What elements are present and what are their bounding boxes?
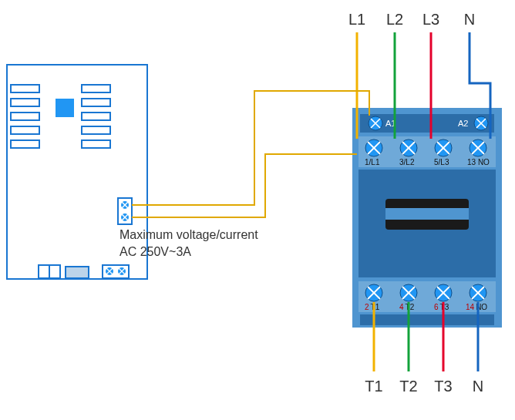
top-terminal-1 xyxy=(365,139,382,156)
note-line-1: Maximum voltage/current xyxy=(119,228,258,241)
wire-coil-a1 xyxy=(132,91,369,205)
label-l3: L3 xyxy=(422,11,439,28)
label-l1: L1 xyxy=(348,11,365,28)
svg-text:14NO: 14NO xyxy=(466,303,487,311)
svg-rect-20 xyxy=(66,267,89,278)
label-t2: T2 xyxy=(399,378,417,395)
top-terminal-2 xyxy=(400,139,417,156)
label-n-top: N xyxy=(464,11,475,28)
svg-rect-69 xyxy=(360,314,494,325)
svg-text:2T1: 2T1 xyxy=(365,303,380,311)
label-t3: T3 xyxy=(434,378,452,395)
top-terminal-4 xyxy=(470,139,486,156)
coil-terminal-a1 xyxy=(369,116,382,130)
top-terminal-3 xyxy=(435,139,452,156)
svg-text:6T3: 6T3 xyxy=(434,303,449,311)
bottom-terminal-3 xyxy=(435,284,452,301)
wiring-diagram: A1 A2 1/L1 3/L2 5/L3 xyxy=(0,0,515,420)
wire-coil-return xyxy=(132,154,357,217)
label-l2: L2 xyxy=(386,11,403,28)
pcb-chip xyxy=(56,99,74,117)
top-term-label-3: 5/L3 xyxy=(434,158,449,166)
bottom-terminal-4 xyxy=(470,284,486,301)
top-term-label-2: 3/L2 xyxy=(399,158,415,166)
label-t1: T1 xyxy=(365,378,382,395)
coil-label-a2: A2 xyxy=(458,119,468,128)
svg-text:4T2: 4T2 xyxy=(399,303,415,311)
label-n-bottom: N xyxy=(473,378,483,395)
svg-rect-51 xyxy=(385,208,469,220)
bottom-terminal-2 xyxy=(400,284,417,301)
note-line-2: AC 250V~3A xyxy=(119,245,191,258)
bottom-terminal-1 xyxy=(365,284,382,301)
contactor: A1 A2 1/L1 3/L2 5/L3 xyxy=(352,108,502,328)
top-term-label-4: 13 NO xyxy=(467,158,490,166)
top-term-label-1: 1/L1 xyxy=(365,158,380,166)
coil-terminal-a2 xyxy=(474,116,488,130)
